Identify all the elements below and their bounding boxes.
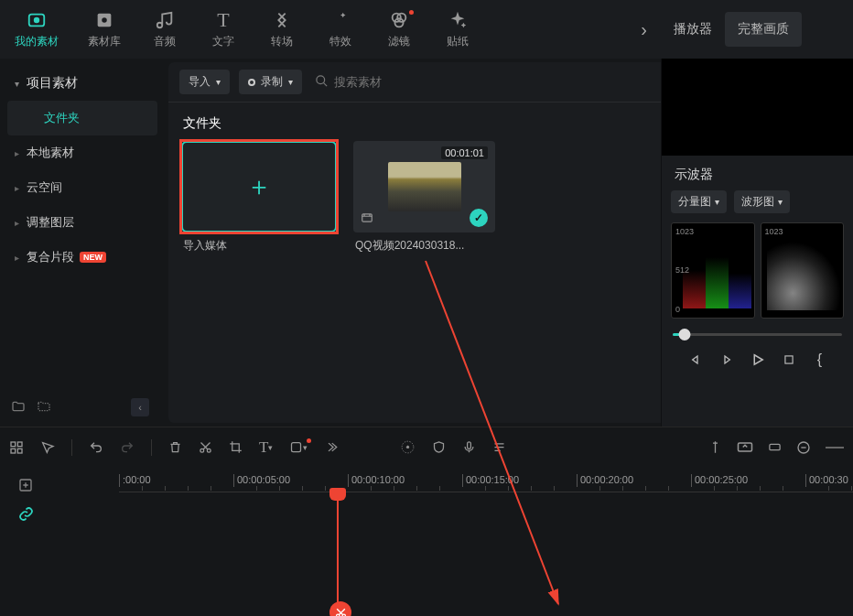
- tab-sticker[interactable]: 贴纸: [428, 3, 487, 57]
- svg-point-1: [34, 16, 39, 22]
- more-tabs-arrow[interactable]: ›: [641, 19, 647, 40]
- import-media-button[interactable]: ＋: [181, 141, 337, 232]
- link-icon[interactable]: [18, 506, 34, 525]
- ruler-tick: :00:00: [119, 474, 151, 487]
- svg-point-5: [394, 18, 403, 27]
- playhead[interactable]: [337, 492, 339, 616]
- text-tool-icon[interactable]: T▾: [259, 438, 273, 457]
- slider-thumb[interactable]: [678, 329, 690, 340]
- video-type-icon: [361, 211, 373, 227]
- tab-audio[interactable]: 音频: [135, 3, 194, 57]
- tab-label: 文字: [212, 34, 234, 49]
- record-icon: [248, 79, 255, 86]
- component-scope-tab[interactable]: 分量图▾: [671, 190, 727, 213]
- chevron-down-icon: ▾: [15, 79, 19, 89]
- more-tools-icon[interactable]: [324, 440, 338, 454]
- svg-rect-18: [468, 442, 471, 449]
- record-label: 录制: [261, 74, 283, 90]
- play-button[interactable]: [749, 351, 767, 369]
- quality-tab[interactable]: 完整画质: [725, 12, 802, 47]
- ruler-tick: 00:00:05:00: [233, 474, 290, 487]
- waveform-scope: 1023: [761, 222, 845, 319]
- tab-label: 音频: [154, 34, 176, 49]
- rgb-parade-scope: 1023 512 0: [671, 222, 755, 319]
- import-dropdown[interactable]: 导入 ▾: [179, 70, 230, 94]
- new-badge: NEW: [80, 252, 106, 263]
- svg-rect-10: [17, 442, 22, 447]
- tab-effects[interactable]: 特效: [311, 3, 370, 57]
- stop-button[interactable]: [780, 351, 798, 369]
- check-badge: ✓: [470, 209, 488, 227]
- mask-icon[interactable]: ▾: [289, 440, 308, 454]
- shield-icon[interactable]: [432, 440, 446, 454]
- sidebar-item-folder[interactable]: 文件夹: [7, 101, 157, 135]
- svg-point-6: [317, 75, 325, 83]
- media-name: QQ视频2024030318...: [353, 232, 495, 259]
- tab-text[interactable]: T 文字: [194, 3, 253, 57]
- list-icon[interactable]: [492, 440, 506, 454]
- collapse-sidebar-button[interactable]: ‹: [131, 398, 149, 416]
- zoom-out-icon[interactable]: [796, 440, 811, 455]
- player-tab[interactable]: 播放器: [661, 12, 725, 47]
- magnet-icon[interactable]: [400, 439, 416, 455]
- next-frame-button[interactable]: [718, 351, 736, 369]
- undo-icon[interactable]: [89, 440, 103, 455]
- scope-slider[interactable]: [673, 333, 842, 336]
- materials-icon: [27, 10, 47, 30]
- cursor-icon[interactable]: [40, 440, 55, 455]
- transition-icon: [272, 10, 292, 30]
- cut-icon[interactable]: [199, 440, 212, 454]
- fit-icon[interactable]: [737, 440, 753, 455]
- ruler-tick: 00:00:15:00: [462, 474, 519, 487]
- text-icon: T: [217, 10, 229, 30]
- chevron-right-icon: ▸: [15, 253, 19, 263]
- timeline-ruler[interactable]: :00:00 00:00:05:00 00:00:10:00 00:00:15:…: [119, 476, 853, 513]
- tab-label: 贴纸: [447, 34, 469, 49]
- tab-transition[interactable]: 转场: [253, 3, 311, 57]
- zoom-fit-icon[interactable]: [768, 440, 782, 455]
- prev-frame-button[interactable]: [686, 351, 705, 369]
- new-folder-icon[interactable]: [11, 399, 26, 416]
- svg-rect-12: [17, 448, 22, 453]
- sidebar-item-layers[interactable]: ▸ 调整图层: [7, 205, 157, 240]
- record-dropdown[interactable]: 录制 ▾: [239, 70, 302, 94]
- music-icon: [155, 10, 175, 30]
- tab-label: 特效: [329, 34, 351, 49]
- svg-rect-8: [784, 356, 792, 363]
- media-thumbnail[interactable]: 00:01:01 ✓: [353, 141, 495, 232]
- redo-icon[interactable]: [120, 440, 135, 455]
- chevron-right-icon: ▸: [15, 148, 19, 158]
- tab-my-materials[interactable]: 我的素材: [0, 3, 73, 57]
- tab-label: 滤镜: [388, 34, 410, 49]
- dashboard-icon[interactable]: [9, 440, 24, 455]
- cut-marker[interactable]: [329, 601, 351, 616]
- preview-area: [662, 59, 853, 156]
- tab-filter[interactable]: 滤镜: [370, 3, 428, 57]
- svg-point-2: [102, 17, 107, 23]
- delete-icon[interactable]: [168, 440, 182, 454]
- folder-icon[interactable]: [37, 399, 51, 416]
- ruler-tick: 00:00:10:00: [348, 474, 405, 487]
- sidebar-item-cloud[interactable]: ▸ 云空间: [7, 170, 157, 205]
- sidebar-item-compound[interactable]: ▸ 复合片段 NEW: [7, 240, 157, 275]
- tab-label: 我的素材: [15, 34, 59, 49]
- mic-icon[interactable]: [462, 440, 476, 454]
- search-icon: [315, 74, 329, 91]
- expand-button[interactable]: {: [811, 351, 829, 369]
- sidebar-item-local[interactable]: ▸ 本地素材: [7, 135, 157, 170]
- sidebar-item-label: 云空间: [27, 179, 62, 196]
- import-label: 导入媒体: [181, 232, 337, 259]
- ruler-tick: 00:00:30: [805, 474, 848, 487]
- project-materials-header[interactable]: ▾ 项目素材: [7, 66, 157, 101]
- tab-library[interactable]: 素材库: [73, 3, 135, 57]
- wand-icon: [330, 10, 351, 30]
- library-icon: [94, 10, 114, 30]
- waveform-scope-tab[interactable]: 波形图▾: [734, 190, 790, 213]
- sidebar-item-label: 调整图层: [27, 214, 74, 231]
- playhead-handle[interactable]: [329, 488, 346, 501]
- add-track-icon[interactable]: [18, 478, 33, 495]
- marker-icon[interactable]: [708, 440, 722, 455]
- zoom-slider[interactable]: [826, 440, 844, 455]
- crop-icon[interactable]: [229, 440, 243, 454]
- ruler-tick: 00:00:25:00: [691, 474, 748, 487]
